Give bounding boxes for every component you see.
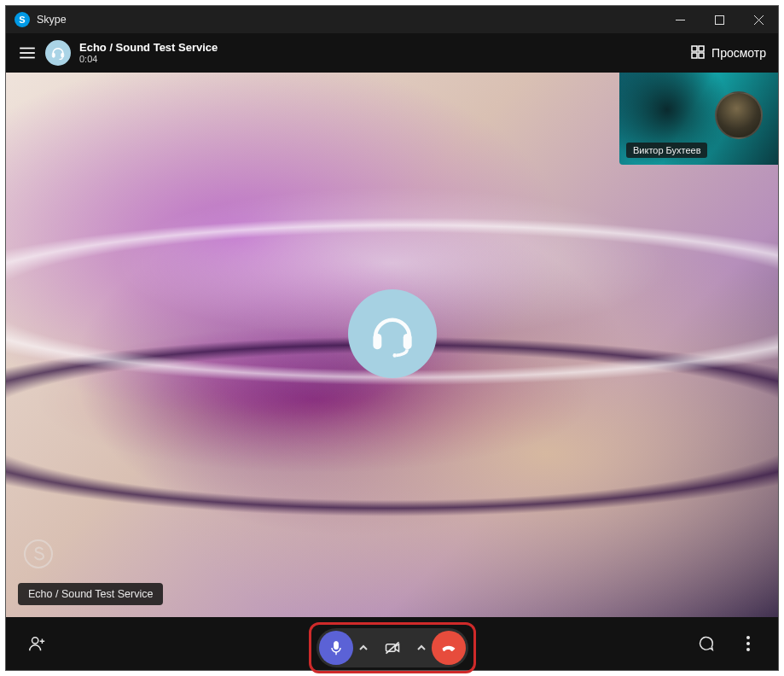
window-close-button[interactable]: [739, 6, 778, 33]
call-header: Echo / Sound Test Service 0:04 Просмотр: [6, 33, 778, 73]
chat-button[interactable]: [694, 632, 717, 655]
svg-rect-10: [699, 46, 704, 51]
svg-rect-13: [373, 334, 381, 349]
svg-rect-1: [715, 15, 723, 24]
svg-rect-20: [334, 642, 338, 650]
self-video-pip[interactable]: Виктор Бухтеев: [619, 73, 778, 165]
grid-icon: [691, 45, 705, 61]
more-dots-icon: [746, 636, 750, 651]
caption-label: Echo / Sound Test Service: [18, 583, 163, 605]
video-area: Виктор Бухтеев Echo / Sound Test Service: [6, 73, 778, 617]
microphone-button[interactable]: [319, 631, 353, 665]
microphone-options-chevron[interactable]: [355, 631, 372, 665]
app-icon: S: [15, 12, 30, 27]
contact-name: Echo / Sound Test Service: [79, 42, 218, 54]
more-options-button[interactable]: [737, 632, 759, 655]
svg-rect-14: [403, 334, 411, 349]
end-call-button[interactable]: [432, 631, 466, 665]
svg-rect-9: [692, 46, 697, 51]
call-duration: 0:04: [79, 54, 218, 64]
view-toggle-button[interactable]: Просмотр: [691, 45, 766, 61]
svg-point-15: [392, 353, 397, 358]
bottom-bar: [6, 617, 778, 670]
window-titlebar: S Skype: [6, 6, 778, 33]
view-toggle-label: Просмотр: [711, 46, 766, 60]
contact-avatar-large: [348, 289, 437, 378]
svg-rect-12: [699, 53, 704, 58]
skype-window: S Skype Echo / Sound Test Service 0:04: [5, 5, 779, 671]
window-maximize-button[interactable]: [700, 6, 739, 33]
self-avatar: [715, 91, 763, 139]
skype-watermark-icon: [21, 537, 55, 571]
call-controls: [317, 628, 468, 667]
svg-point-16: [25, 540, 52, 568]
self-name-label: Виктор Бухтеев: [626, 143, 707, 158]
add-participant-button[interactable]: [25, 632, 49, 656]
camera-button[interactable]: [374, 631, 411, 665]
window-title: Skype: [37, 14, 67, 26]
camera-options-chevron[interactable]: [413, 631, 430, 665]
window-minimize-button[interactable]: [660, 6, 700, 33]
svg-rect-11: [692, 53, 697, 58]
contact-avatar-small: [45, 40, 71, 66]
contact-info: Echo / Sound Test Service 0:04: [79, 42, 218, 64]
call-controls-highlight: [309, 622, 476, 673]
svg-rect-7: [52, 53, 55, 57]
svg-rect-8: [61, 53, 64, 57]
svg-point-17: [32, 638, 38, 644]
menu-icon[interactable]: [18, 44, 37, 62]
